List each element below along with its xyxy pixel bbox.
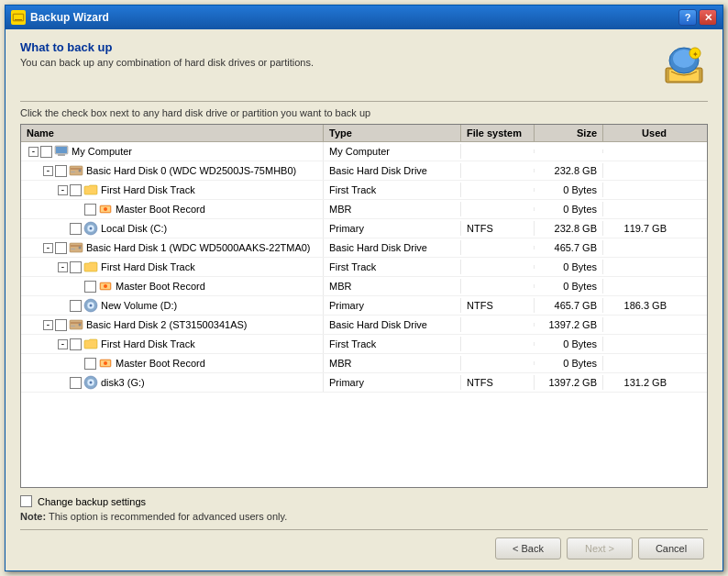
node-icon	[83, 298, 98, 313]
next-button[interactable]: Next >	[567, 537, 633, 559]
tree-size-cell: 1397.2 GB	[535, 317, 603, 332]
svg-rect-2	[15, 19, 22, 20]
tree-checkbox[interactable]	[70, 377, 82, 389]
expand-icon[interactable]: -	[58, 339, 68, 349]
tree-row: -First Hard Disk TrackFirst Track0 Bytes	[21, 258, 707, 277]
tree-name-cell: New Volume (D:)	[21, 296, 324, 315]
tree-checkbox[interactable]	[84, 281, 96, 293]
node-icon	[83, 375, 98, 390]
tree-fs-cell	[461, 323, 535, 327]
tree-name-cell: -Basic Hard Disk 0 (WDC WD2500JS-75MHB0)	[21, 161, 324, 180]
tree-checkbox[interactable]	[55, 242, 67, 254]
wizard-graphic: ✦	[662, 42, 706, 86]
help-button[interactable]: ?	[678, 9, 697, 26]
tree-body: -My ComputerMy Computer-Basic Hard Disk …	[21, 142, 707, 393]
tree-size-cell: 0 Bytes	[535, 202, 603, 216]
svg-point-28	[104, 284, 107, 288]
tree-checkbox[interactable]	[70, 300, 82, 312]
title-bar: Backup Wizard ? ✕	[6, 6, 722, 29]
settings-label: Change backup settings	[38, 496, 146, 507]
instruction-text: Click the check box next to any hard dis…	[20, 107, 708, 118]
tree-size-cell: 232.8 GB	[535, 163, 603, 178]
node-icon	[83, 260, 98, 274]
tree-container[interactable]: Name Type File system Size Used -My Comp…	[20, 124, 708, 488]
svg-point-34	[79, 324, 82, 327]
back-button[interactable]: < Back	[495, 537, 561, 559]
tree-row: -My ComputerMy Computer	[21, 142, 707, 161]
tree-fs-cell	[461, 207, 535, 211]
node-name: Master Boot Record	[116, 358, 205, 369]
tree-type-cell: Basic Hard Disk Drive	[324, 240, 461, 255]
col-header-fs: File system	[461, 125, 535, 141]
tree-checkbox[interactable]	[70, 184, 82, 196]
tree-name-cell: disk3 (G:)	[21, 373, 324, 392]
header-section: What to back up You can back up any comb…	[20, 40, 708, 88]
node-name: Local Disk (C:)	[101, 223, 167, 234]
tree-row: -Basic Hard Disk 1 (WDC WD5000AAKS-22TMA…	[21, 238, 707, 258]
tree-row: disk3 (G:)PrimaryNTFS1397.2 GB131.2 GB	[21, 373, 707, 393]
tree-checkbox[interactable]	[55, 165, 67, 177]
expand-icon[interactable]: -	[43, 166, 53, 176]
expand-icon[interactable]: -	[28, 147, 39, 157]
tree-fs-cell	[461, 342, 535, 346]
tree-fs-cell: NTFS	[461, 375, 535, 390]
tree-checkbox[interactable]	[70, 338, 82, 350]
tree-size-cell: 465.7 GB	[535, 298, 603, 313]
tree-row: -First Hard Disk TrackFirst Track0 Bytes	[21, 335, 707, 354]
node-name: disk3 (G:)	[101, 377, 145, 388]
node-name: Master Boot Record	[116, 204, 205, 215]
expand-icon[interactable]: -	[43, 320, 53, 330]
tree-checkbox[interactable]	[84, 204, 96, 216]
tree-name-cell: -First Hard Disk Track	[21, 258, 324, 276]
tree-row: -First Hard Disk TrackFirst Track0 Bytes	[21, 181, 707, 200]
tree-used-cell: 186.3 GB	[603, 298, 672, 313]
expand-icon[interactable]: -	[58, 185, 68, 195]
tree-type-cell: Basic Hard Disk Drive	[324, 163, 461, 178]
bottom-section: Change backup settings Note: This option…	[20, 495, 708, 522]
svg-rect-35	[71, 326, 75, 327]
tree-row: -Basic Hard Disk 0 (WDC WD2500JS-75MHB0)…	[21, 161, 707, 181]
node-icon	[69, 163, 83, 178]
expand-icon[interactable]: -	[43, 243, 53, 253]
window-title: Backup Wizard	[30, 11, 109, 24]
col-header-used: Used	[603, 125, 672, 141]
tree-header: Name Type File system Size Used	[21, 125, 707, 142]
note-text: Note: This option is recommended for adv…	[20, 511, 708, 522]
expand-icon[interactable]: -	[58, 262, 68, 272]
close-button[interactable]: ✕	[699, 9, 717, 26]
tree-type-cell: First Track	[324, 183, 461, 197]
svg-rect-25	[71, 249, 75, 249]
svg-point-14	[79, 170, 82, 172]
tree-type-cell: Primary	[324, 221, 461, 236]
node-name: First Hard Disk Track	[101, 338, 195, 349]
col-header-name: Name	[21, 125, 324, 141]
node-icon	[69, 240, 83, 255]
cancel-button[interactable]: Cancel	[638, 537, 704, 559]
node-icon	[83, 337, 98, 351]
settings-checkbox[interactable]	[20, 495, 32, 507]
svg-rect-11	[58, 154, 65, 156]
tree-fs-cell	[461, 246, 535, 249]
tree-size-cell: 232.8 GB	[535, 221, 603, 236]
header-text: What to back up You can back up any comb…	[20, 40, 660, 68]
svg-point-38	[104, 361, 107, 365]
tree-size-cell: 0 Bytes	[535, 260, 603, 274]
tree-checkbox[interactable]	[84, 358, 96, 370]
node-name: Master Boot Record	[116, 281, 205, 292]
tree-size-cell: 1397.2 GB	[535, 375, 603, 390]
tree-name-cell: -Basic Hard Disk 1 (WDC WD5000AAKS-22TMA…	[21, 238, 324, 257]
tree-row: Local Disk (C:)PrimaryNTFS232.8 GB119.7 …	[21, 219, 707, 238]
svg-text:✦: ✦	[692, 50, 699, 59]
tree-checkbox[interactable]	[70, 261, 82, 273]
node-icon	[83, 183, 98, 197]
tree-checkbox[interactable]	[70, 223, 82, 235]
node-icon	[98, 279, 113, 294]
tree-checkbox[interactable]	[55, 319, 67, 331]
node-icon	[69, 317, 83, 332]
node-icon	[98, 356, 113, 371]
tree-checkbox[interactable]	[40, 146, 52, 158]
node-name: Basic Hard Disk 1 (WDC WD5000AAKS-22TMA0…	[86, 242, 311, 253]
node-name: First Hard Disk Track	[101, 261, 195, 272]
tree-used-cell	[603, 361, 672, 365]
tree-row: New Volume (D:)PrimaryNTFS465.7 GB186.3 …	[21, 296, 707, 316]
